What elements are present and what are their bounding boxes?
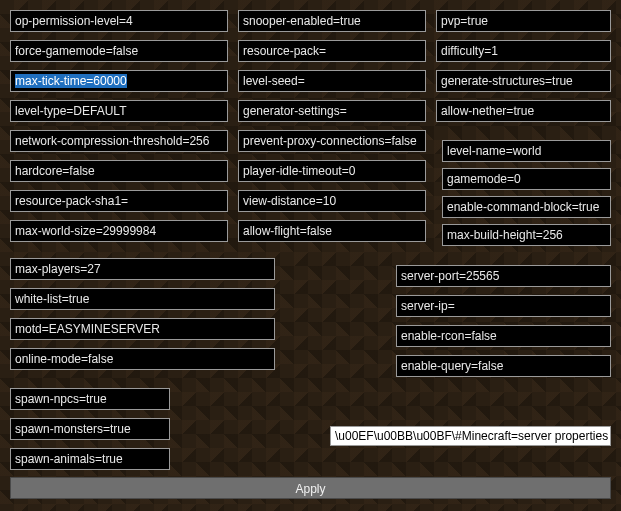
field-network-compression-threshold[interactable]: network-compression-threshold=256 (10, 130, 228, 152)
field-difficulty[interactable]: difficulty=1 (436, 40, 611, 62)
field-force-gamemode[interactable]: force-gamemode=false (10, 40, 228, 62)
selected-text: max-tick-time=60000 (15, 74, 127, 88)
field-enable-query[interactable]: enable-query=false (396, 355, 611, 377)
field-server-port[interactable]: server-port=25565 (396, 265, 611, 287)
field-level-type[interactable]: level-type=DEFAULT (10, 100, 228, 122)
field-allow-nether[interactable]: allow-nether=true (436, 100, 611, 122)
field-generator-settings[interactable]: generator-settings= (238, 100, 426, 122)
field-spawn-animals[interactable]: spawn-animals=true (10, 448, 170, 470)
field-resource-pack[interactable]: resource-pack= (238, 40, 426, 62)
field-motd[interactable]: motd=EASYMINESERVER (10, 318, 275, 340)
field-raw-header[interactable]: \u00EF\u00BB\u00BF\#Minecraft=server pro… (330, 426, 611, 446)
field-enable-command-block[interactable]: enable-command-block=true (442, 196, 611, 218)
field-view-distance[interactable]: view-distance=10 (238, 190, 426, 212)
field-spawn-monsters[interactable]: spawn-monsters=true (10, 418, 170, 440)
field-max-tick-time[interactable]: max-tick-time=60000 (10, 70, 228, 92)
field-level-name[interactable]: level-name=world (442, 140, 611, 162)
apply-button[interactable]: Apply (10, 477, 611, 499)
field-server-ip[interactable]: server-ip= (396, 295, 611, 317)
field-max-build-height[interactable]: max-build-height=256 (442, 224, 611, 246)
field-resource-pack-sha1[interactable]: resource-pack-sha1= (10, 190, 228, 212)
field-generate-structures[interactable]: generate-structures=true (436, 70, 611, 92)
field-white-list[interactable]: white-list=true (10, 288, 275, 310)
field-online-mode[interactable]: online-mode=false (10, 348, 275, 370)
field-max-world-size[interactable]: max-world-size=29999984 (10, 220, 228, 242)
field-enable-rcon[interactable]: enable-rcon=false (396, 325, 611, 347)
field-level-seed[interactable]: level-seed= (238, 70, 426, 92)
field-allow-flight[interactable]: allow-flight=false (238, 220, 426, 242)
field-max-players[interactable]: max-players=27 (10, 258, 275, 280)
field-player-idle-timeout[interactable]: player-idle-timeout=0 (238, 160, 426, 182)
field-gamemode[interactable]: gamemode=0 (442, 168, 611, 190)
field-pvp[interactable]: pvp=true (436, 10, 611, 32)
field-spawn-npcs[interactable]: spawn-npcs=true (10, 388, 170, 410)
field-prevent-proxy-connections[interactable]: prevent-proxy-connections=false (238, 130, 426, 152)
field-snooper-enabled[interactable]: snooper-enabled=true (238, 10, 426, 32)
field-hardcore[interactable]: hardcore=false (10, 160, 228, 182)
field-op-permission-level[interactable]: op-permission-level=4 (10, 10, 228, 32)
